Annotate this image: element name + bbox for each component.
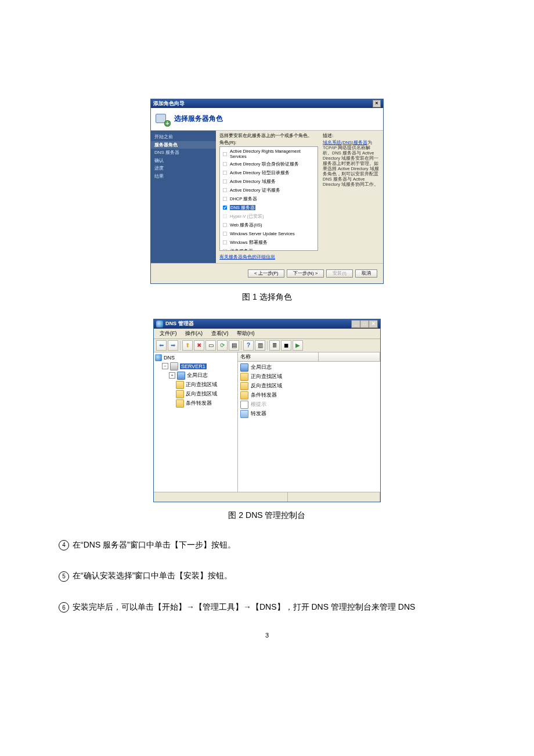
step-4: 4在“DNS 服务器”窗口中单击【下一步】按钮。 (55, 538, 479, 552)
role-row[interactable]: DNS 服务器 (221, 203, 316, 212)
tool-icon[interactable]: ▥ (255, 340, 265, 351)
role-checkbox[interactable] (223, 206, 227, 210)
role-row[interactable]: 传真服务器 (221, 247, 316, 251)
minimize-icon[interactable]: _ (351, 320, 360, 328)
column-blank[interactable] (319, 352, 380, 361)
dns-list: 名称 全局日志正向查找区域反向查找区域条件转发器根提示转发器 (238, 352, 380, 492)
list-body[interactable]: 全局日志正向查找区域反向查找区域条件转发器根提示转发器 (238, 362, 380, 420)
tree-node[interactable]: + 全局日志 (155, 371, 236, 380)
collapse-icon[interactable]: − (162, 363, 168, 369)
cancel-button[interactable]: 取消 (355, 269, 377, 278)
role-row[interactable]: Active Directory 轻型目录服务 (221, 168, 316, 177)
tree-node[interactable]: 正向查找区域 (155, 380, 236, 390)
list-item[interactable]: 转发器 (240, 409, 378, 419)
list-item[interactable]: 正向查找区域 (240, 372, 378, 381)
role-row[interactable]: Active Directory Rights Management Servi… (221, 148, 316, 160)
book-icon (177, 372, 185, 380)
role-label: DHCP 服务器 (230, 196, 257, 201)
install-button: 安装(I) (326, 269, 353, 278)
page-number: 3 (55, 632, 479, 639)
wizard-titlebar: 添加角色向导 ✕ (151, 99, 383, 108)
step-6: 6安装完毕后，可以单击【开始】→【管理工具】→【DNS】，打开 DNS 管理控制… (55, 600, 479, 614)
roles-listbox[interactable]: Active Directory Rights Management Servi… (219, 146, 318, 251)
refresh-icon[interactable]: ⟳ (217, 340, 228, 351)
role-row[interactable]: Active Directory 域服务 (221, 177, 316, 186)
column-name[interactable]: 名称 (238, 352, 319, 361)
stop-icon[interactable]: ◼ (281, 340, 291, 351)
back-icon[interactable]: ⬅ (156, 340, 167, 351)
menu-file[interactable]: 文件(F) (156, 330, 181, 336)
role-row[interactable]: Active Directory 证书服务 (221, 186, 316, 195)
menu-action[interactable]: 操作(A) (182, 330, 206, 336)
dns-tree[interactable]: DNS − SERVER1 + 全局日志 正 (154, 352, 238, 492)
role-label: Web 服务器(IIS) (230, 222, 262, 228)
folder-icon (176, 399, 184, 408)
close-icon[interactable]: ✕ (373, 100, 381, 107)
list-item[interactable]: 条件转发器 (240, 391, 378, 400)
tree-root[interactable]: DNS (155, 354, 236, 362)
dns-title: DNS 管理器 (165, 320, 194, 327)
close-icon[interactable]: ✕ (369, 320, 378, 328)
tree-node[interactable]: 反向查找区域 (155, 390, 236, 399)
toolbar-divider (241, 341, 241, 350)
properties-icon[interactable]: ▭ (205, 340, 216, 351)
role-checkbox[interactable] (223, 179, 227, 183)
expand-icon[interactable]: + (169, 372, 175, 379)
role-label: Active Directory Rights Management Servi… (230, 149, 316, 159)
list-item[interactable]: 反向查找区域 (240, 381, 378, 391)
export-icon[interactable]: ▤ (229, 340, 239, 351)
description-link[interactable]: 域名系统(DNS)服务器 (323, 140, 367, 145)
tree-server[interactable]: − SERVER1 (155, 362, 236, 371)
role-checkbox[interactable] (223, 162, 227, 166)
delete-icon[interactable]: ✖ (194, 340, 204, 351)
play-icon[interactable]: ▶ (293, 340, 303, 351)
list-item[interactable]: 全局日志 (240, 363, 378, 372)
next-button[interactable]: 下一步(N) > (287, 269, 324, 278)
menu-view[interactable]: 查看(V) (208, 330, 232, 336)
role-row[interactable]: Windows Server Update Services (221, 229, 316, 238)
role-checkbox[interactable] (223, 240, 227, 244)
list-icon[interactable]: ≣ (269, 340, 280, 351)
role-checkbox[interactable] (223, 232, 227, 236)
list-item-label: 全局日志 (251, 363, 272, 371)
nav-confirm[interactable]: 确认 (154, 157, 212, 165)
nav-progress[interactable]: 进度 (154, 164, 212, 172)
maximize-icon[interactable]: □ (360, 320, 369, 328)
nav-start[interactable]: 开始之前 (154, 133, 212, 141)
nav-dns-server[interactable]: DNS 服务器 (154, 149, 212, 157)
roles-more-link[interactable]: 有关服务器角色的详细信息 (219, 254, 318, 260)
forward-icon[interactable]: ➡ (168, 340, 178, 351)
nav-results[interactable]: 结果 (154, 172, 212, 181)
menu-help[interactable]: 帮助(H) (233, 330, 258, 336)
list-item-label: 条件转发器 (251, 391, 277, 399)
role-row[interactable]: Web 服务器(IIS) (221, 221, 316, 229)
role-checkbox[interactable] (223, 152, 227, 156)
role-checkbox[interactable] (223, 171, 227, 175)
folder-icon (240, 373, 248, 381)
list-item-label: 转发器 (251, 410, 266, 417)
list-item[interactable]: 根提示 (240, 400, 378, 409)
role-row[interactable]: DHCP 服务器 (221, 195, 316, 203)
prev-button[interactable]: < 上一步(P) (248, 269, 285, 278)
role-checkbox[interactable] (223, 188, 227, 192)
step-number-6: 6 (59, 602, 69, 613)
role-checkbox[interactable] (223, 197, 227, 201)
role-label: DNS 服务器 (230, 205, 255, 210)
dns-manager-window: DNS 管理器 _ □ ✕ 文件(F) 操作(A) 查看(V) 帮助(H) ⬅ … (153, 319, 381, 502)
role-label: Windows 部署服务 (230, 240, 268, 245)
dns-app-icon (156, 321, 163, 327)
dns-titlebar: DNS 管理器 _ □ ✕ (154, 319, 380, 329)
up-icon[interactable]: ⬆ (182, 340, 193, 351)
role-row[interactable]: Windows 部署服务 (221, 238, 316, 247)
nav-server-roles[interactable]: 服务器角色 (151, 141, 216, 149)
role-row[interactable]: Active Directory 联合身份验证服务 (221, 160, 316, 168)
help-icon[interactable]: ? (243, 340, 254, 351)
role-label: Windows Server Update Services (230, 231, 295, 236)
role-checkbox[interactable] (223, 223, 227, 227)
list-header[interactable]: 名称 (238, 352, 380, 362)
wizard-header: + 选择服务器角色 (151, 108, 383, 131)
role-checkbox (223, 214, 227, 218)
role-checkbox[interactable] (223, 249, 227, 251)
step-5: 5在“确认安装选择”窗口中单击【安装】按钮。 (55, 569, 479, 583)
tree-node[interactable]: 条件转发器 (155, 399, 236, 408)
